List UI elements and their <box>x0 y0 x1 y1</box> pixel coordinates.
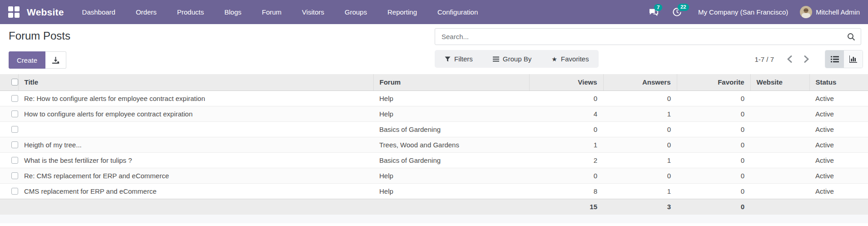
cell-title[interactable]: What is the best fertilizer for tulips ? <box>18 152 373 168</box>
cell-favorite[interactable]: 0 <box>677 121 750 137</box>
cell-views[interactable]: 2 <box>529 152 603 168</box>
export-button[interactable] <box>45 51 66 69</box>
nav-item-blogs[interactable]: Blogs <box>224 8 242 16</box>
cell-answers[interactable]: 0 <box>603 90 677 106</box>
table-row[interactable]: Heigth of my tree... Trees, Wood and Gar… <box>0 137 868 152</box>
column-header-status[interactable]: Status <box>809 74 868 90</box>
cell-favorite[interactable]: 0 <box>677 106 750 121</box>
pager-previous-button[interactable] <box>781 55 798 63</box>
cell-forum[interactable]: Trees, Wood and Gardens <box>373 137 529 152</box>
cell-favorite[interactable]: 0 <box>677 168 750 183</box>
table-row[interactable]: How to configure alerts for employee con… <box>0 106 868 121</box>
search-input[interactable] <box>441 32 847 41</box>
row-checkbox[interactable] <box>11 188 18 195</box>
cell-website[interactable] <box>750 137 809 152</box>
cell-status[interactable]: Active <box>809 152 868 168</box>
cell-status[interactable]: Active <box>809 168 868 183</box>
search-icon[interactable] <box>847 33 855 41</box>
cell-website[interactable] <box>750 183 809 199</box>
cell-status[interactable]: Active <box>809 90 868 106</box>
cell-website[interactable] <box>750 121 809 137</box>
table-row[interactable]: Basics of Gardening 0 0 0 Active <box>0 121 868 137</box>
cell-status[interactable]: Active <box>809 121 868 137</box>
cell-title[interactable]: Re: CMS replacement for ERP and eCommerc… <box>18 168 373 183</box>
nav-item-forum[interactable]: Forum <box>262 8 282 16</box>
row-checkbox[interactable] <box>11 95 18 102</box>
cell-website[interactable] <box>750 106 809 121</box>
cell-answers[interactable]: 0 <box>603 137 677 152</box>
cell-title[interactable] <box>18 121 373 137</box>
cell-forum[interactable]: Help <box>373 106 529 121</box>
pager: 1-7 / 7 <box>754 50 863 68</box>
cell-favorite[interactable]: 0 <box>677 152 750 168</box>
table-row[interactable]: Re: CMS replacement for ERP and eCommerc… <box>0 168 868 183</box>
cell-status[interactable]: Active <box>809 137 868 152</box>
nav-item-products[interactable]: Products <box>177 8 204 16</box>
create-button[interactable]: Create <box>9 51 45 69</box>
pager-next-button[interactable] <box>798 55 815 63</box>
nav-item-dashboard[interactable]: Dashboard <box>82 8 115 16</box>
cell-title[interactable]: Heigth of my tree... <box>18 137 373 152</box>
cell-status[interactable]: Active <box>809 106 868 121</box>
nav-item-reporting[interactable]: Reporting <box>387 8 417 16</box>
company-switcher[interactable]: My Company (San Francisco) <box>698 8 788 16</box>
column-header-favorite[interactable]: Favorite <box>677 74 750 90</box>
list-view-button[interactable] <box>825 50 844 68</box>
cell-title[interactable]: How to configure alerts for employee con… <box>18 106 373 121</box>
cell-answers[interactable]: 1 <box>603 183 677 199</box>
cell-status[interactable]: Active <box>809 183 868 199</box>
cell-answers[interactable]: 0 <box>603 121 677 137</box>
cell-forum[interactable]: Basics of Gardening <box>373 121 529 137</box>
cell-favorite[interactable]: 0 <box>677 183 750 199</box>
cell-favorite[interactable]: 0 <box>677 90 750 106</box>
table-row[interactable]: Re: How to configure alerts for employee… <box>0 90 868 106</box>
cell-title[interactable]: Re: How to configure alerts for employee… <box>18 90 373 106</box>
group-by-button[interactable]: Group By <box>493 55 531 63</box>
cell-website[interactable] <box>750 168 809 183</box>
cell-views[interactable]: 0 <box>529 121 603 137</box>
cell-favorite[interactable]: 0 <box>677 137 750 152</box>
cell-answers[interactable]: 0 <box>603 168 677 183</box>
cell-forum[interactable]: Help <box>373 168 529 183</box>
user-menu[interactable]: Mitchell Admin <box>816 8 860 16</box>
apps-menu-icon[interactable] <box>8 6 20 18</box>
cell-title[interactable]: CMS replacement for ERP and eCommerce <box>18 183 373 199</box>
favorites-label: Favorites <box>561 55 589 63</box>
table-row[interactable]: What is the best fertilizer for tulips ?… <box>0 152 868 168</box>
column-header-answers[interactable]: Answers <box>603 74 677 90</box>
row-checkbox[interactable] <box>11 126 18 133</box>
nav-item-groups[interactable]: Groups <box>345 8 367 16</box>
nav-item-visitors[interactable]: Visitors <box>302 8 324 16</box>
row-checkbox[interactable] <box>11 141 18 148</box>
column-header-views[interactable]: Views <box>529 74 603 90</box>
messages-button[interactable]: 7 <box>649 8 659 17</box>
activities-button[interactable]: 22 <box>672 7 682 17</box>
column-header-website[interactable]: Website <box>750 74 809 90</box>
cell-website[interactable] <box>750 90 809 106</box>
cell-views[interactable]: 4 <box>529 106 603 121</box>
cell-forum[interactable]: Basics of Gardening <box>373 152 529 168</box>
cell-answers[interactable]: 1 <box>603 152 677 168</box>
nav-item-orders[interactable]: Orders <box>136 8 157 16</box>
column-header-forum[interactable]: Forum <box>373 74 529 90</box>
avatar[interactable] <box>800 6 812 18</box>
cell-views[interactable]: 0 <box>529 168 603 183</box>
filters-button[interactable]: Filters <box>445 55 473 63</box>
cell-views[interactable]: 1 <box>529 137 603 152</box>
select-all-checkbox[interactable] <box>11 79 18 85</box>
cell-views[interactable]: 0 <box>529 90 603 106</box>
cell-website[interactable] <box>750 152 809 168</box>
row-checkbox[interactable] <box>11 110 18 117</box>
nav-item-configuration[interactable]: Configuration <box>437 8 478 16</box>
graph-view-button[interactable] <box>844 50 863 68</box>
table-row[interactable]: CMS replacement for ERP and eCommerce He… <box>0 183 868 199</box>
app-brand[interactable]: Website <box>27 7 64 18</box>
row-checkbox[interactable] <box>11 157 18 164</box>
cell-forum[interactable]: Help <box>373 90 529 106</box>
row-checkbox[interactable] <box>11 172 18 179</box>
cell-views[interactable]: 8 <box>529 183 603 199</box>
cell-answers[interactable]: 1 <box>603 106 677 121</box>
favorites-button[interactable]: ★ Favorites <box>551 55 589 63</box>
cell-forum[interactable]: Help <box>373 183 529 199</box>
column-header-title[interactable]: Title <box>18 74 373 90</box>
